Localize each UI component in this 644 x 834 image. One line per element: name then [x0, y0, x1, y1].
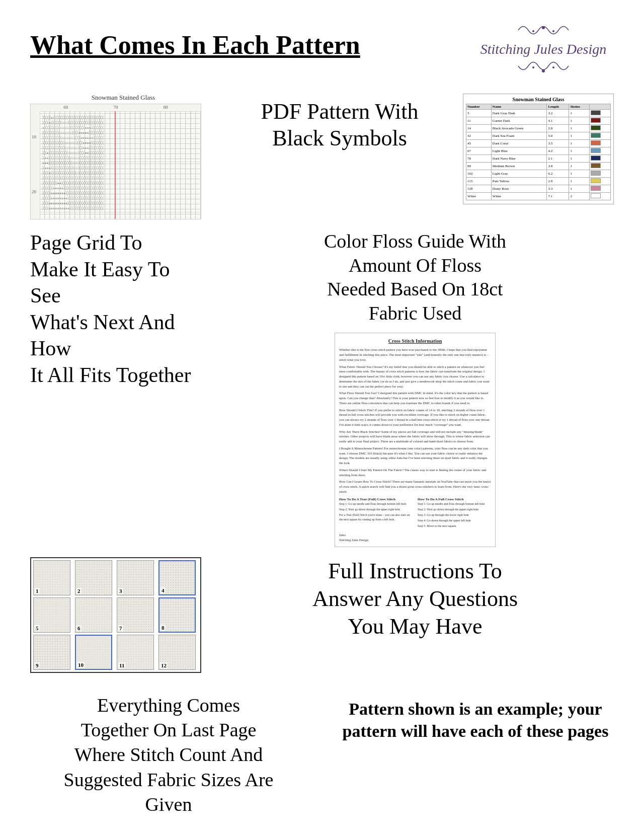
grid-cell-number: 1	[35, 588, 40, 594]
col-color	[590, 104, 611, 110]
svg-text:╳╳▪╳╳╳╳╳╳╳╳╳○○○○○╳╳╳▪▪╳╳╳╳╳╳╳: ╳╳▪╳╳╳╳╳╳╳╳╳○○○○○╳╳╳▪▪╳╳╳╳╳╳╳	[42, 150, 104, 155]
floss-name: Dark Sea Foam	[491, 132, 547, 140]
color-floss-text: Color Floss Guide With Amount Of Floss N…	[324, 231, 506, 324]
svg-text:╳╳╳╳▪▪▪▪▪▪▪╳╳╳╳╳╳╳╳╳╳╳╳╳╳╳╳╳╳: ╳╳╳╳▪▪▪▪▪▪▪╳╳╳╳╳╳╳╳╳╳╳╳╳╳╳╳╳╳	[42, 191, 104, 195]
svg-text:╳▪▪▪╳╳╳╳╳╳╳╳╳╳╳○○╳╳╳╳╳╳╳╳╳╳╳╳: ╳▪▪▪╳╳╳╳╳╳╳╳╳╳╳○○╳╳╳╳╳╳╳╳╳╳╳╳	[42, 166, 104, 170]
svg-text:╳╳╳╳╳╳╳╳╳╳╳○○○○○○╳╳▪▪▪╳╳╳╳╳╳╳: ╳╳╳╳╳╳╳╳╳╳╳○○○○○○╳╳▪▪▪╳╳╳╳╳╳╳	[42, 145, 104, 150]
instructions-para: What Fabric Should You Choose? It's my b…	[339, 364, 491, 389]
floss-table-row: 115 Pale Yellow 2.9 1	[466, 178, 611, 185]
full-instructions-title: Full Instructions To Answer Any Question…	[216, 557, 614, 640]
bottom-section: Everything Comes Together On Last Page W…	[30, 693, 614, 817]
col-length: Length	[547, 104, 569, 110]
grid-image-cell: 7	[117, 597, 154, 633]
instructions-doc-title: Cross Stitch Information	[339, 337, 491, 345]
grid-cell-number: 2	[76, 588, 82, 594]
svg-text:▪╳╳╳╳╳╳╳○○○○○╳╳╳╳╳╳╳▪▪▪╳╳╳╳╳╳: ▪╳╳╳╳╳╳╳○○○○○╳╳╳╳╳╳╳▪▪▪╳╳╳╳╳╳	[42, 125, 104, 130]
svg-text:╳▪▪╳╳╳╳╳╳╳╳╳╳○○○○╳╳╳╳╳╳╳╳╳╳╳╳: ╳▪▪╳╳╳╳╳╳╳╳╳╳○○○○╳╳╳╳╳╳╳╳╳╳╳╳	[42, 156, 104, 160]
header: What Comes In Each Pattern Stitching Jul…	[30, 20, 614, 79]
stitch-pattern-svg: ╳╳╳╳▪╳╳╳╳╳╳╳╳╳╳╳╳╳╳╳╳╳╳╳╳╳╳╳╳ ╳╳╳▪╳╳╳╳╳○…	[40, 111, 201, 219]
grid-numbers-top: 607080	[31, 104, 201, 110]
instructions-para: How Can I Learn How To Cross Stitch? The…	[339, 479, 491, 494]
how-to-cols: How To Do A True (Full) Cross Stitch Ste…	[339, 497, 491, 530]
floss-name: Dark Coral	[491, 140, 547, 147]
floss-number: 11	[466, 117, 492, 125]
floss-name: Medium Brown	[491, 163, 547, 170]
step-right: Step 2: Next go down through the upper r…	[418, 507, 491, 512]
pattern-image-container: Snowman Stained Glass 607080 10 20	[30, 94, 216, 219]
floss-number: 45	[466, 140, 492, 147]
how-to-title-right: How To Do A Full Cross Stitch	[418, 497, 491, 502]
page-container: What Comes In Each Pattern Stitching Jul…	[0, 0, 644, 834]
floss-name: Garnet Dark	[491, 117, 547, 125]
floss-table-row: 78 Dark Navy Blue 2.1 1	[466, 155, 611, 163]
floss-skeins: 1	[569, 170, 590, 178]
svg-text:╳╳╳▪╳╳╳╳╳○○○╳╳╳╳╳╳╳╳╳╳╳╳╳╳╳╳╳: ╳╳╳▪╳╳╳╳╳○○○╳╳╳╳╳╳╳╳╳╳╳╳╳╳╳╳╳	[42, 120, 104, 125]
step-left: Step 1: Go up needle and floss through b…	[339, 502, 413, 506]
full-instructions-title-text: Full Instructions To Answer Any Question…	[312, 559, 518, 639]
floss-color-swatch	[590, 193, 611, 200]
everything-together-text: Everything Comes Together On Last Page W…	[30, 693, 307, 817]
svg-text:▪▪▪╳╳╳╳╳╳╳╳╳╳╳○○○╳╳╳╳╳╳╳╳╳╳╳╳: ▪▪▪╳╳╳╳╳╳╳╳╳╳╳○○○╳╳╳╳╳╳╳╳╳╳╳╳	[42, 161, 104, 165]
floss-guide-table: Number Name Length Skeins 5 Dark Gray Da…	[466, 104, 611, 200]
floss-table-row: 5 Dark Gray Dark 3.2 1	[466, 110, 611, 117]
svg-text:╳╳╳╳╳╳╳╳╳╳○○○○○○╳╳╳▪▪▪▪╳╳╳╳╳╳: ╳╳╳╳╳╳╳╳╳╳○○○○○○╳╳╳▪▪▪▪╳╳╳╳╳╳	[42, 140, 104, 145]
color-floss-title: Color Floss Guide With Amount Of Floss N…	[324, 230, 506, 325]
grid-content: ╳╳╳╳▪╳╳╳╳╳╳╳╳╳╳╳╳╳╳╳╳╳╳╳╳╳╳╳╳ ╳╳╳▪╳╳╳╳╳○…	[40, 111, 201, 219]
floss-color-swatch	[590, 178, 611, 185]
floss-color-swatch	[590, 132, 611, 140]
grid-cell-number: 10	[77, 662, 85, 668]
logo-text: Stitching Jules Design	[473, 40, 614, 58]
grid-image-cell: 6	[75, 597, 112, 633]
step-left: For a True (Full) Stitch you're done – y…	[339, 513, 413, 522]
grid-image-cell: 11	[117, 635, 154, 670]
svg-text:╳╳╳╳▪╳╳╳╳╳╳╳╳╳╳╳╳╳╳╳╳╳╳╳╳╳╳╳╳: ╳╳╳╳▪╳╳╳╳╳╳╳╳╳╳╳╳╳╳╳╳╳╳╳╳╳╳╳╳	[42, 115, 104, 120]
floss-number: 89	[466, 163, 492, 170]
floss-name: Light Gray	[491, 170, 547, 178]
grid-numbers-side: 10 20	[32, 109, 36, 219]
how-to-col-left: How To Do A True (Full) Cross Stitch Ste…	[339, 497, 413, 530]
instructions-para: What Floss Should You Use? I designed th…	[339, 391, 491, 405]
floss-number: 115	[466, 178, 492, 185]
instructions-para: How Should I Stitch This? If you prefer …	[339, 408, 491, 427]
floss-length: 7.1	[547, 193, 569, 200]
floss-table-row: 102 Light Gray 6.2 1	[466, 170, 611, 178]
floss-number: 67	[466, 147, 492, 155]
grid-image-cell: 4	[158, 560, 196, 595]
floss-guide-title: Snowman Stained Glass	[466, 97, 611, 102]
floss-guide-image: Snowman Stained Glass Number Name Length…	[463, 94, 614, 204]
floss-color-swatch	[590, 163, 611, 170]
pdf-pattern-title: PDF Pattern With Black Symbols	[261, 99, 419, 152]
grid-image-cell: 8	[158, 597, 196, 633]
floss-length: 3.2	[547, 110, 569, 117]
svg-text:╳╳╳╳╳╳╳╳○○○○○○╳╳╳▪▪▪▪▪╳╳╳╳╳╳╳: ╳╳╳╳╳╳╳╳○○○○○○╳╳╳▪▪▪▪▪╳╳╳╳╳╳╳	[42, 130, 104, 135]
floss-length: 2.8	[547, 125, 569, 132]
floss-length: 4.2	[547, 147, 569, 155]
floss-length: 3.3	[547, 185, 569, 193]
floss-color-swatch	[590, 170, 611, 178]
svg-point-5	[552, 66, 554, 68]
logo-swirl-top	[513, 20, 574, 40]
cross-stitch-grid: 607080 10 20	[30, 104, 201, 219]
grid-cell-number: 8	[160, 625, 166, 631]
how-to-title-left: How To Do A True (Full) Cross Stitch	[339, 497, 413, 502]
how-to-col-right: How To Do A Full Cross Stitch Step 1: Go…	[418, 497, 491, 530]
logo-swirl-bottom	[513, 58, 574, 79]
svg-point-4	[532, 66, 534, 68]
grid-cell-number: 7	[118, 625, 123, 631]
floss-length: 4.1	[547, 117, 569, 125]
floss-table-row: 89 Medium Brown 3.8 1	[466, 163, 611, 170]
floss-skeins: 1	[569, 125, 590, 132]
floss-number: 102	[466, 170, 492, 178]
floss-skeins: 1	[569, 155, 590, 163]
floss-name: Black Avocado Green	[491, 125, 547, 132]
grid-cell-number: 4	[160, 587, 166, 593]
page-grid-text: Page Grid To Make It Easy To See What's …	[30, 230, 201, 388]
floss-length: 6.2	[547, 170, 569, 178]
grid-image-cell: 10	[75, 635, 112, 670]
floss-name: White	[491, 193, 547, 200]
col-skeins: Skeins	[569, 104, 590, 110]
grid-image-cell: 2	[75, 560, 112, 595]
grid-image-cell: 9	[33, 635, 70, 670]
floss-color-swatch	[590, 155, 611, 163]
floss-length: 5.0	[547, 132, 569, 140]
